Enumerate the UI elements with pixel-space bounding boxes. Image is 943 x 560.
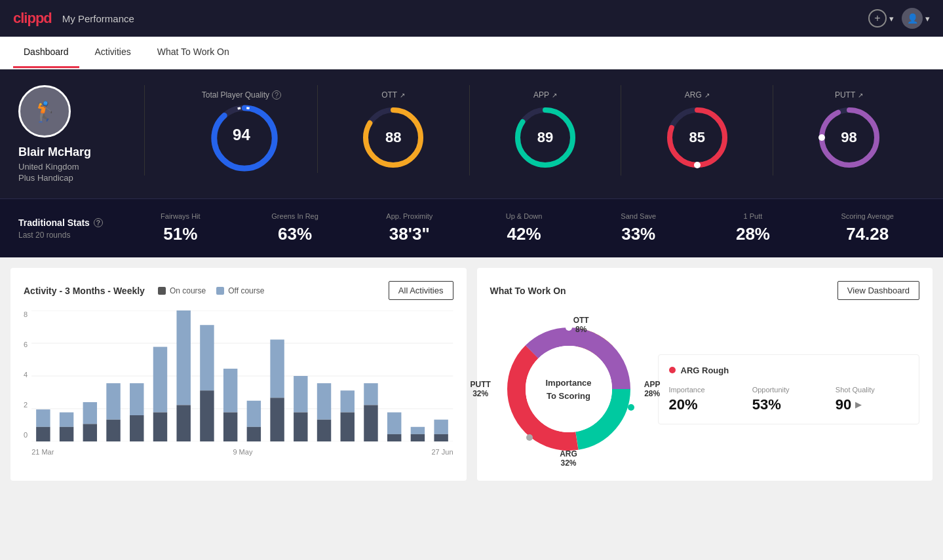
traditional-stats-title: Traditional Stats ? — [18, 217, 123, 228]
dark-panel: 🏌️ Blair McHarg United Kingdom Plus Hand… — [0, 69, 943, 198]
wtw-card-header: What To Work On View Dashboard — [490, 281, 920, 300]
opportunity-stat: Opportunity 53% — [752, 386, 825, 413]
svg-point-12 — [818, 134, 825, 141]
arg-segment-label: ARG32% — [560, 449, 577, 468]
arg-arrow-icon: ↗ — [704, 92, 710, 99]
y-label-8: 8 — [24, 310, 28, 318]
donut-chart-container: ImportanceTo Scoring OTT8% APP28% ARG32%… — [490, 310, 647, 468]
all-activities-button[interactable]: All Activities — [389, 281, 453, 300]
arg-rough-card: ARG Rough Importance 20% Opportunity 53%… — [658, 354, 920, 424]
app-label: APP ↗ — [533, 90, 557, 100]
arg-label: ARG ↗ — [685, 90, 710, 100]
arg-ring: 85 — [664, 105, 730, 170]
svg-rect-41 — [294, 413, 307, 441]
stat-1-putt: 1 Putt 28% — [696, 212, 811, 244]
svg-rect-36 — [247, 401, 261, 427]
x-label-21mar: 21 Mar — [31, 448, 54, 456]
svg-rect-35 — [223, 413, 237, 441]
legend-on-course-label: On course — [170, 286, 206, 295]
app-ring: 89 — [512, 105, 578, 170]
stat-fairways-hit: Fairways Hit 51% — [123, 212, 238, 244]
app-block: APP ↗ 89 — [470, 85, 622, 176]
putt-segment-label: PUTT32% — [471, 380, 491, 398]
putt-value: 98 — [841, 129, 856, 146]
svg-rect-45 — [341, 413, 355, 441]
bottom-section: Activity - 3 Months - Weekly On course O… — [0, 257, 943, 491]
player-avatar: 🏌️ — [18, 85, 71, 138]
svg-rect-43 — [317, 420, 331, 441]
ott-arrow-icon: ↗ — [400, 92, 405, 99]
arg-rough-title: ARG Rough — [669, 365, 909, 375]
tab-activities[interactable]: Activities — [85, 37, 142, 68]
svg-point-59 — [566, 324, 572, 331]
svg-rect-29 — [153, 413, 167, 441]
svg-rect-27 — [130, 415, 144, 441]
view-dashboard-button[interactable]: View Dashboard — [837, 281, 919, 300]
svg-rect-32 — [200, 325, 214, 390]
svg-rect-50 — [411, 427, 425, 434]
shot-quality-arrow-icon: ▶ — [855, 400, 861, 409]
avatar: 👤 — [902, 8, 923, 29]
svg-point-60 — [628, 404, 634, 411]
activity-chart-card: Activity - 3 Months - Weekly On course O… — [10, 268, 467, 481]
svg-rect-44 — [341, 390, 355, 412]
arg-rough-stats: Importance 20% Opportunity 53% Shot Qual… — [669, 386, 909, 413]
tab-what-to-work-on[interactable]: What To Work On — [147, 37, 240, 68]
tab-dashboard[interactable]: Dashboard — [13, 37, 79, 68]
app-arrow-icon: ↗ — [552, 92, 557, 99]
svg-rect-18 — [36, 409, 50, 427]
svg-rect-23 — [83, 424, 97, 441]
total-quality-value: 94 — [233, 126, 250, 144]
x-label-27jun: 27 Jun — [431, 448, 453, 456]
svg-rect-22 — [83, 402, 97, 424]
chart-card-header: Activity - 3 Months - Weekly On course O… — [24, 281, 453, 300]
y-label-6: 6 — [24, 341, 28, 348]
player-info: 🏌️ Blair McHarg United Kingdom Plus Hand… — [18, 85, 123, 183]
svg-rect-37 — [247, 427, 261, 441]
svg-rect-26 — [130, 383, 144, 415]
traditional-stats-info-icon[interactable]: ? — [94, 218, 103, 227]
stat-up-down: Up & Down 42% — [467, 212, 581, 244]
putt-block: PUTT ↗ 98 — [773, 85, 925, 176]
arg-rough-dot — [669, 367, 676, 373]
player-name: Blair McHarg — [18, 145, 91, 159]
legend-on-course: On course — [158, 286, 206, 295]
svg-rect-53 — [434, 434, 448, 441]
stat-app-proximity: App. Proximity 38'3" — [352, 212, 467, 244]
svg-rect-39 — [270, 398, 284, 441]
y-label-2: 2 — [24, 401, 28, 409]
arg-value: 85 — [689, 129, 705, 146]
y-label-4: 4 — [24, 371, 28, 379]
svg-rect-47 — [364, 405, 377, 441]
donut-center-label: ImportanceTo Scoring — [545, 377, 591, 402]
tabs-bar: Dashboard Activities What To Work On — [0, 37, 943, 69]
svg-rect-34 — [223, 369, 237, 413]
ott-segment-label: OTT8% — [573, 316, 589, 334]
importance-stat: Importance 20% — [669, 386, 742, 413]
add-button[interactable]: + ▾ — [868, 9, 894, 28]
ott-value: 88 — [385, 129, 401, 146]
svg-rect-21 — [60, 427, 73, 441]
putt-ring: 98 — [817, 105, 882, 170]
stat-greens-in-reg: Greens In Reg 63% — [238, 212, 353, 244]
y-label-0: 0 — [24, 431, 28, 439]
svg-rect-20 — [60, 413, 73, 427]
legend-off-course: Off course — [216, 286, 264, 295]
player-section: 🏌️ Blair McHarg United Kingdom Plus Hand… — [18, 85, 925, 183]
svg-rect-40 — [294, 376, 307, 413]
svg-rect-51 — [411, 434, 425, 441]
user-menu-button[interactable]: 👤 ▾ — [902, 8, 930, 29]
svg-point-61 — [526, 434, 533, 441]
svg-rect-38 — [270, 339, 284, 398]
total-quality-info-icon[interactable]: ? — [272, 90, 281, 100]
svg-rect-30 — [177, 310, 191, 405]
putt-label: PUTT ↗ — [835, 90, 863, 100]
wtw-content: ImportanceTo Scoring OTT8% APP28% ARG32%… — [490, 310, 920, 468]
legend-off-course-dot — [216, 287, 224, 295]
total-quality-ring: 94 — [208, 102, 274, 168]
arg-block: ARG ↗ 85 — [621, 85, 773, 176]
header-right: + ▾ 👤 ▾ — [868, 8, 930, 29]
svg-rect-42 — [317, 383, 331, 420]
svg-rect-28 — [153, 347, 167, 413]
add-chevron: ▾ — [889, 14, 894, 24]
